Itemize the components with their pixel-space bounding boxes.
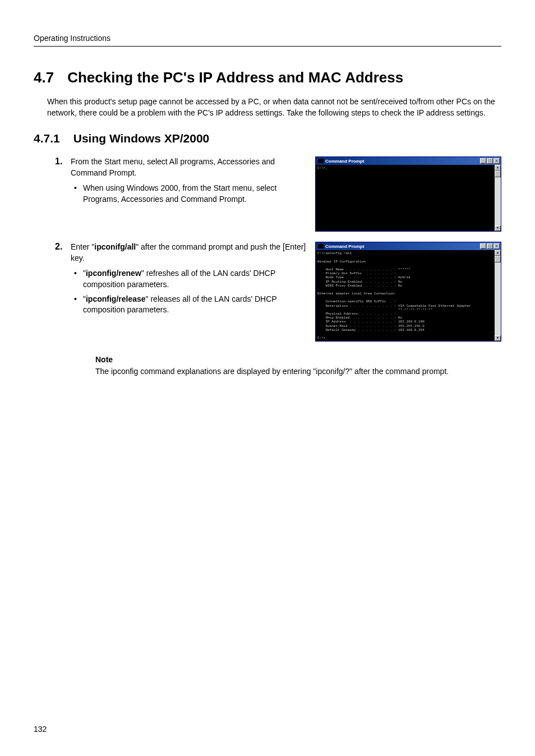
list-item: "ipconfig/renew" refreshes all of the LA… [71, 268, 308, 290]
maximize-icon: □ [487, 243, 493, 249]
scroll-down-icon: ▾ [495, 335, 501, 341]
scroll-down-icon: ▾ [495, 225, 501, 231]
section-title: Checking the PC's IP Address and MAC Add… [67, 69, 403, 86]
scroll-up-icon: ▴ [495, 165, 501, 170]
scrollbar: ▴ ▾ [495, 250, 501, 341]
cmd-icon [318, 244, 324, 248]
bullet-bold: ipconfig/renew [86, 269, 141, 278]
subsection-heading: 4.7.1 Using Windows XP/2000 [34, 132, 501, 145]
section-number: 4.7 [34, 69, 54, 86]
subsection-title: Using Windows XP/2000 [73, 132, 210, 145]
window-buttons: _ □ × [480, 158, 500, 164]
cmd-title: Command Prompt [318, 159, 364, 164]
close-icon: × [494, 158, 500, 164]
scroll-thumb [495, 170, 501, 177]
cmd-screenshot-full: Command Prompt _ □ × C:\>ipconfig /all W… [315, 242, 501, 342]
step-body: From the Start menu, select All programs… [71, 156, 315, 208]
section-heading: 4.7 Checking the PC's IP Address and MAC… [34, 69, 501, 86]
scrollbar: ▴ ▾ [495, 165, 501, 231]
list-item: When using Windows 2000, from the Start … [71, 183, 308, 205]
scroll-thumb [495, 256, 501, 262]
note-heading: Note [95, 355, 501, 364]
step-body: Enter "ipconifg/all" after the command p… [71, 242, 315, 319]
cmd-body: C:\>_ ▴ ▾ [316, 165, 501, 231]
step-bullets: "ipconfig/renew" refreshes all of the LA… [71, 268, 308, 315]
cmd-titlebar: Command Prompt _ □ × [316, 157, 501, 165]
note-block: Note The ipconfig command explanations a… [95, 355, 501, 377]
step-text-pre: Enter " [71, 242, 94, 251]
bullet-bold: ipconfig/release [86, 294, 146, 303]
close-icon: × [494, 243, 500, 249]
step-text-bold: ipconifg/all [94, 242, 136, 251]
cmd-title-text: Command Prompt [325, 244, 364, 249]
scroll-up-icon: ▴ [495, 250, 501, 256]
minimize-icon: _ [480, 158, 486, 164]
step-bullets: When using Windows 2000, from the Start … [71, 183, 308, 205]
header-rule [34, 46, 501, 47]
step-number: 1. [55, 156, 71, 167]
list-item: "ipconfig/release" releases all of the L… [71, 294, 308, 316]
cmd-window: Command Prompt _ □ × C:\>ipconfig /all W… [315, 242, 501, 342]
page-number: 132 [34, 725, 47, 734]
cmd-title-text: Command Prompt [325, 159, 364, 164]
section-intro: When this product's setup page cannot be… [47, 96, 501, 118]
bullet-text: When using Windows 2000, from the Start … [83, 183, 277, 204]
maximize-icon: □ [487, 158, 493, 164]
step-2: 2. Enter "ipconifg/all" after the comman… [55, 242, 501, 342]
cmd-text: C:\>_ [317, 166, 492, 170]
step-1: 1. From the Start menu, select All progr… [55, 156, 501, 232]
step-number: 2. [55, 242, 71, 252]
cmd-titlebar: Command Prompt _ □ × [316, 242, 501, 250]
cmd-screenshot-empty: Command Prompt _ □ × C:\>_ ▴ ▾ [315, 156, 501, 232]
scroll-track [495, 262, 501, 335]
note-text: The ipconfig command explanations are di… [95, 366, 501, 377]
scroll-track [495, 177, 501, 225]
cmd-output: C:\>ipconfig /all Windows IP Configurati… [317, 251, 492, 340]
cmd-window: Command Prompt _ □ × C:\>_ ▴ ▾ [315, 156, 501, 232]
step-text: From the Start menu, select All programs… [71, 157, 275, 177]
running-header: Operating Instructions [34, 34, 501, 43]
minimize-icon: _ [480, 243, 486, 249]
cmd-icon [318, 159, 324, 163]
cmd-title: Command Prompt [318, 244, 364, 249]
subsection-number: 4.7.1 [34, 132, 60, 145]
cmd-body: C:\>ipconfig /all Windows IP Configurati… [316, 250, 501, 341]
window-buttons: _ □ × [480, 243, 500, 249]
